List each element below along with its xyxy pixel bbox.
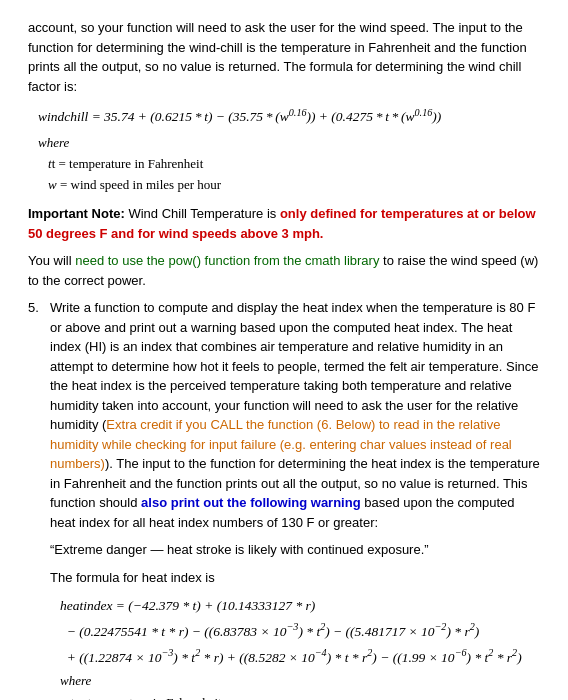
heatindex-line2: − (0.22475541 * t * r) − ((6.83783 × 10−… xyxy=(60,618,540,643)
important-note-1: Important Note: Wind Chill Temperature i… xyxy=(28,204,540,290)
where-label: where xyxy=(28,133,540,153)
list-item-5: 5. Write a function to compute and displ… xyxy=(28,298,540,700)
formula-text: windchill = 35.74 + (0.6215 * t) − (35.7… xyxy=(38,109,441,124)
windchill-formula: windchill = 35.74 + (0.6215 * t) − (35.7… xyxy=(28,104,540,127)
heatindex-line1: heatindex = (−42.379 * t) + (10.14333127… xyxy=(60,595,540,618)
var-t: tt = temperature in Fahrenheit xyxy=(28,154,540,174)
item5-text1: Write a function to compute and display … xyxy=(50,300,538,432)
item5-quote2: The formula for heat index is xyxy=(50,568,540,588)
item5-content: Write a function to compute and display … xyxy=(50,298,540,700)
item5-num: 5. xyxy=(28,298,50,318)
main-content: account, so your function will need to a… xyxy=(28,18,540,700)
note1-green: need to use the pow() function from the … xyxy=(75,253,379,268)
note1-text: Wind Chill Temperature is xyxy=(128,206,279,221)
note1-after: You will xyxy=(28,253,75,268)
important-label-1: Important Note: xyxy=(28,206,125,221)
intro-para: account, so your function will need to a… xyxy=(28,18,540,96)
var-t2: t = temperature in Fahrenheit xyxy=(50,693,540,700)
heatindex-line3: + ((1.22874 × 10−3) * t2 * r) + ((8.5282… xyxy=(60,644,540,669)
where-label-2: where xyxy=(50,671,540,691)
heatindex-formula: heatindex = (−42.379 * t) + (10.14333127… xyxy=(50,595,540,669)
var-w: w = wind speed in miles per hour xyxy=(28,175,540,195)
item5-blue: also print out the following warning xyxy=(141,495,361,510)
item5-quote1: “Extreme danger — heat stroke is likely … xyxy=(50,540,540,560)
